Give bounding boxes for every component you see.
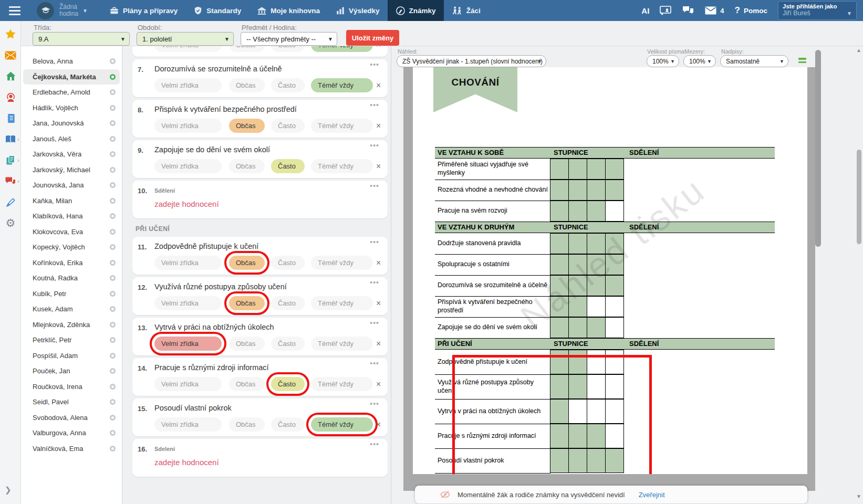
- student-row[interactable]: Kubík, Petr: [21, 286, 122, 302]
- rating-option[interactable]: Občas: [229, 296, 265, 310]
- rating-option[interactable]: Téměř vždy: [311, 46, 373, 52]
- user-menu[interactable]: Jste přihlášen jako Jiří Bureš ▼: [778, 1, 857, 20]
- rail-notebook-icon[interactable]: [0, 109, 21, 127]
- student-row[interactable]: Pospíšil, Adam: [21, 348, 122, 364]
- lesson-selector[interactable]: Žádná hodina ▼: [59, 4, 88, 17]
- card-menu-icon[interactable]: •••: [370, 238, 379, 246]
- rating-option[interactable]: Téměř vždy: [311, 159, 373, 173]
- student-row[interactable]: Svobodová, Alena: [21, 410, 122, 426]
- student-row[interactable]: Valníčková, Ema: [21, 441, 122, 457]
- nav-item-moje-knihovna[interactable]: Moje knihovna: [249, 0, 328, 21]
- chat-icon[interactable]: [682, 6, 694, 16]
- rating-option[interactable]: Téměř vždy: [311, 337, 373, 351]
- nav-item--ci[interactable]: Žáci: [444, 0, 488, 21]
- rail-settings-icon[interactable]: ⚙: [0, 214, 21, 232]
- student-row[interactable]: Hádlík, Vojtěch: [21, 100, 122, 116]
- student-row[interactable]: Roučková, Irena: [21, 379, 122, 395]
- rating-option[interactable]: Téměř vždy: [311, 78, 373, 92]
- rating-option[interactable]: Často: [271, 159, 305, 173]
- nav-item-standardy[interactable]: Standardy: [185, 0, 249, 21]
- rating-option[interactable]: Velmi zřídka: [154, 78, 222, 92]
- rating-option[interactable]: Často: [271, 119, 305, 133]
- rail-home-icon[interactable]: [0, 67, 21, 85]
- scroll-up-icon[interactable]: ▲: [856, 47, 861, 53]
- student-row[interactable]: Jarkovská, Věra: [21, 146, 122, 162]
- enter-assessment-link[interactable]: zadejte hodnocení: [154, 200, 219, 208]
- student-row[interactable]: Belova, Anna: [21, 54, 122, 69]
- rating-option[interactable]: Občas: [229, 337, 265, 351]
- nav-item-pl-ny-a-p-pravy[interactable]: Plány a přípravy: [101, 0, 185, 21]
- rating-option[interactable]: Často: [271, 46, 305, 52]
- student-row[interactable]: Erdlebache, Arnold: [21, 85, 122, 100]
- student-row[interactable]: Jana, Jounovská: [21, 116, 122, 131]
- rating-option[interactable]: Téměř vždy: [311, 296, 373, 310]
- card-menu-icon[interactable]: •••: [370, 182, 379, 190]
- headings-select[interactable]: Samostatně ▼: [720, 55, 788, 67]
- student-row[interactable]: Jarkovský, Michael: [21, 162, 122, 178]
- student-row[interactable]: Seidl, Pavel: [21, 394, 122, 410]
- messages-button[interactable]: 4: [705, 6, 724, 15]
- preview-scrollbar-thumb[interactable]: [815, 50, 821, 247]
- rating-option[interactable]: Často: [271, 78, 305, 92]
- student-row[interactable]: Kořínková, Erika: [21, 255, 122, 271]
- cast-icon[interactable]: [660, 6, 671, 15]
- rating-option[interactable]: Velmi zřídka: [154, 417, 222, 432]
- help-button[interactable]: ? Pomoc: [735, 5, 767, 16]
- rating-option[interactable]: Velmi zřídka: [154, 46, 222, 52]
- card-menu-icon[interactable]: •••: [370, 319, 379, 327]
- rating-option[interactable]: Téměř vždy: [311, 256, 373, 270]
- template-select[interactable]: ZŠ Vysvědčení jinak - 1.stupeň (slovní h…: [397, 55, 546, 67]
- clear-rating-icon[interactable]: ×: [376, 380, 381, 388]
- card-menu-icon[interactable]: •••: [370, 278, 379, 287]
- ai-button[interactable]: AI: [641, 6, 649, 15]
- rating-option[interactable]: Často: [271, 256, 305, 270]
- rating-option[interactable]: Občas: [229, 256, 265, 270]
- publish-link[interactable]: Zveřejnit: [639, 491, 665, 499]
- student-row[interactable]: Valburgova, Anna: [21, 425, 122, 441]
- rating-option[interactable]: Velmi zřídka: [154, 159, 222, 173]
- student-row[interactable]: Koutná, Radka: [21, 270, 122, 286]
- layout-lines-icon[interactable]: [798, 58, 806, 65]
- card-menu-icon[interactable]: •••: [370, 60, 379, 69]
- scroll-down-icon[interactable]: ▼: [856, 494, 861, 499]
- period-filter-select[interactable]: 1. pololetí ▼: [137, 32, 234, 46]
- clear-rating-icon[interactable]: ×: [376, 46, 381, 49]
- student-row[interactable]: Klabíková, Hana: [21, 208, 122, 224]
- clear-rating-icon[interactable]: ×: [376, 122, 381, 130]
- font-size-select[interactable]: 100% ▼: [647, 55, 679, 67]
- clear-rating-icon[interactable]: ×: [376, 299, 381, 308]
- lesson-avatar[interactable]: [37, 2, 54, 19]
- rating-option[interactable]: Často: [271, 417, 305, 432]
- nav-item-zn-mky[interactable]: Známky: [388, 0, 444, 21]
- subject-filter-select[interactable]: -- Všechny předměty -- ▼: [241, 32, 337, 46]
- rating-option[interactable]: Téměř vždy: [311, 417, 373, 432]
- rating-option[interactable]: Často: [271, 296, 305, 310]
- rating-option[interactable]: Velmi zřídka: [154, 337, 222, 351]
- clear-rating-icon[interactable]: ×: [376, 162, 381, 171]
- rating-option[interactable]: Občas: [229, 46, 265, 52]
- rating-option[interactable]: Velmi zřídka: [154, 119, 222, 133]
- rating-option[interactable]: Velmi zřídka: [154, 377, 222, 391]
- card-menu-icon[interactable]: •••: [370, 400, 379, 408]
- student-row[interactable]: Klokovcova, Eva: [21, 224, 122, 240]
- class-filter-select[interactable]: 9.A ▼: [33, 32, 130, 46]
- rating-option[interactable]: Často: [271, 337, 305, 351]
- rail-mail-icon[interactable]: [0, 46, 21, 64]
- page-scrollbar-thumb[interactable]: [857, 150, 861, 244]
- rating-option[interactable]: Občas: [229, 159, 265, 173]
- card-menu-icon[interactable]: •••: [370, 141, 379, 150]
- card-menu-icon[interactable]: •••: [370, 101, 379, 109]
- student-row[interactable]: Mlejnková, Zděnka: [21, 317, 122, 333]
- menu-hamburger-icon[interactable]: [0, 0, 29, 21]
- student-row[interactable]: Čejkovská, Markéta: [23, 69, 120, 85]
- rail-star-icon[interactable]: [0, 25, 21, 43]
- rating-option[interactable]: Velmi zřídka: [154, 296, 222, 310]
- student-row[interactable]: Janouš, Aleš: [21, 131, 122, 147]
- rating-option[interactable]: Často: [271, 377, 305, 391]
- rail-person-icon[interactable]: [0, 88, 21, 106]
- student-row[interactable]: Petrklíč, Petr: [21, 332, 122, 348]
- rating-option[interactable]: Téměř vždy: [311, 377, 373, 391]
- save-changes-button[interactable]: Uložit změny: [346, 30, 399, 46]
- student-row[interactable]: Kaňka, Milan: [21, 193, 122, 209]
- student-row[interactable]: Jounovská, Jana: [21, 177, 122, 193]
